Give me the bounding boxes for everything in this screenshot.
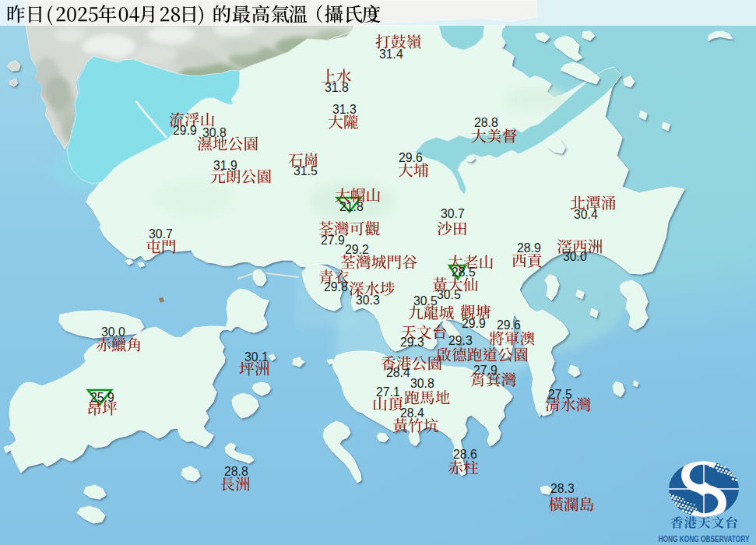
svg-text:28.3: 28.3 [550, 482, 575, 495]
svg-text:28.9: 28.9 [517, 241, 541, 255]
svg-text:28.6: 28.6 [453, 448, 477, 461]
svg-text:28.8: 28.8 [474, 116, 498, 129]
svg-text:HONG KONG OBSERVATORY: HONG KONG OBSERVATORY [659, 534, 750, 543]
svg-text:30.8: 30.8 [410, 377, 434, 390]
svg-text:31.5: 31.5 [294, 164, 318, 178]
svg-text:29.3: 29.3 [400, 336, 424, 349]
svg-text:28.4: 28.4 [386, 366, 410, 379]
svg-text:31.9: 31.9 [213, 159, 237, 172]
svg-text:30.1: 30.1 [244, 350, 269, 364]
svg-text:30.0: 30.0 [101, 325, 125, 339]
svg-text:27.5: 27.5 [548, 388, 572, 401]
svg-text:30.5: 30.5 [413, 294, 438, 308]
svg-text:27.9: 27.9 [321, 234, 345, 247]
svg-text:28.8: 28.8 [224, 465, 248, 478]
svg-text:29.6: 29.6 [497, 318, 521, 332]
svg-text:30.8: 30.8 [202, 126, 227, 139]
svg-text:30.7: 30.7 [149, 227, 173, 241]
svg-text:25.9: 25.9 [90, 391, 114, 404]
svg-text:30.4: 30.4 [574, 208, 598, 221]
svg-text:31.8: 31.8 [325, 81, 349, 94]
svg-text:30.7: 30.7 [441, 207, 465, 220]
svg-text:29.9: 29.9 [173, 124, 197, 137]
svg-text:31.3: 31.3 [332, 103, 357, 116]
svg-text:31.4: 31.4 [379, 47, 403, 61]
svg-text:29.3: 29.3 [448, 334, 473, 347]
svg-text:29.8: 29.8 [324, 280, 348, 294]
svg-text:28.5: 28.5 [452, 265, 476, 279]
svg-text:30.0: 30.0 [563, 250, 587, 263]
svg-text:29.6: 29.6 [399, 151, 423, 164]
svg-text:29.9: 29.9 [462, 317, 486, 330]
svg-text:27.1: 27.1 [376, 385, 400, 399]
svg-text:30.3: 30.3 [356, 294, 380, 307]
svg-text:28.4: 28.4 [400, 406, 424, 420]
svg-text:29.2: 29.2 [345, 243, 369, 256]
svg-text:27.9: 27.9 [473, 364, 498, 377]
svg-text:21.8: 21.8 [339, 200, 364, 213]
svg-text:30.5: 30.5 [437, 288, 461, 301]
